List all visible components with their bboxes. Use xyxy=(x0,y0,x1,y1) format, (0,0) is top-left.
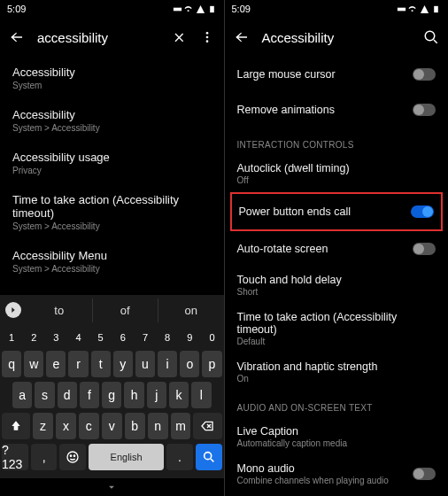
search-result[interactable]: Accessibility MenuSystem > Accessibility xyxy=(0,240,224,283)
back-icon[interactable] xyxy=(9,29,25,45)
key-v[interactable]: v xyxy=(102,413,122,439)
period-key[interactable]: . xyxy=(166,444,193,470)
svg-rect-9 xyxy=(398,7,406,11)
key-g[interactable]: g xyxy=(102,382,121,408)
search-header: accessibility xyxy=(0,18,224,57)
key-s[interactable]: s xyxy=(35,382,54,408)
toggle[interactable] xyxy=(413,243,436,255)
setting-touch-hold-delay[interactable]: Touch and hold delayShort xyxy=(225,267,449,304)
key-1[interactable]: 1 xyxy=(2,329,21,346)
key-4[interactable]: 4 xyxy=(68,329,88,346)
svg-point-5 xyxy=(67,452,78,462)
backspace-key[interactable] xyxy=(193,413,221,439)
key-9[interactable]: 9 xyxy=(180,329,199,346)
key-8[interactable]: 8 xyxy=(158,329,177,346)
key-z[interactable]: z xyxy=(33,413,53,439)
svg-point-11 xyxy=(425,31,435,41)
key-l[interactable]: l xyxy=(191,382,211,408)
search-icon[interactable] xyxy=(423,29,439,45)
key-7[interactable]: 7 xyxy=(135,329,155,346)
search-result[interactable]: Accessibility usagePrivacy xyxy=(0,142,224,184)
toggle[interactable] xyxy=(411,205,434,218)
key-t[interactable]: t xyxy=(91,351,111,377)
key-x[interactable]: x xyxy=(56,413,76,439)
more-icon[interactable] xyxy=(199,29,215,45)
setting-autoclick[interactable]: Autoclick (dwell timing)Off xyxy=(225,155,449,192)
key-i[interactable]: i xyxy=(158,351,177,377)
setting-vibration[interactable]: Vibration and haptic strengthOn xyxy=(225,353,449,391)
back-icon[interactable] xyxy=(234,29,250,45)
key-6[interactable]: 6 xyxy=(113,329,133,346)
key-2[interactable]: 2 xyxy=(24,329,43,346)
key-5[interactable]: 5 xyxy=(91,329,111,346)
comma-key[interactable]: , xyxy=(31,444,58,470)
setting-mono-audio[interactable]: Mono audioCombine channels when playing … xyxy=(225,455,449,492)
key-m[interactable]: m xyxy=(171,413,191,439)
key-e[interactable]: e xyxy=(46,351,66,377)
keyboard: 1234567890 qwertyuiop asdfghjkl zxcvbnm … xyxy=(0,325,224,478)
setting-auto-rotate[interactable]: Auto-rotate screen xyxy=(225,231,449,267)
search-result[interactable]: Time to take action (Accessibility timeo… xyxy=(0,184,224,240)
svg-rect-0 xyxy=(173,7,181,11)
key-u[interactable]: u xyxy=(135,351,155,377)
svg-rect-1 xyxy=(210,5,214,12)
suggestion-bar: to of on xyxy=(0,295,224,325)
nav-bar xyxy=(0,478,224,496)
key-w[interactable]: w xyxy=(24,351,43,377)
key-p[interactable]: p xyxy=(202,351,221,377)
section-header: INTERACTION CONTROLS xyxy=(225,128,449,155)
search-result[interactable]: AccessibilitySystem xyxy=(0,57,224,99)
svg-point-8 xyxy=(204,453,211,460)
status-icons xyxy=(173,4,217,14)
svg-rect-10 xyxy=(434,5,438,12)
key-n[interactable]: n xyxy=(148,413,168,439)
toggle[interactable] xyxy=(413,468,436,480)
expand-icon[interactable] xyxy=(0,302,27,318)
search-results: AccessibilitySystem AccessibilitySystem … xyxy=(0,57,224,295)
key-r[interactable]: r xyxy=(68,351,88,377)
settings-header: Accessibility xyxy=(225,18,449,57)
setting-power-button-ends-call[interactable]: Power button ends call xyxy=(232,194,442,229)
setting-time-to-take-action[interactable]: Time to take action (Accessibility timeo… xyxy=(225,304,449,353)
key-y[interactable]: y xyxy=(113,351,133,377)
suggestion[interactable]: to xyxy=(27,298,92,322)
shift-key[interactable] xyxy=(2,413,30,439)
svg-point-3 xyxy=(205,36,208,39)
symbol-key[interactable]: ?123 xyxy=(2,444,28,470)
key-k[interactable]: k xyxy=(169,382,189,408)
status-time: 5:09 xyxy=(232,4,251,14)
search-input[interactable]: accessibility xyxy=(37,30,158,45)
svg-point-6 xyxy=(71,455,72,456)
setting-remove-animations[interactable]: Remove animations xyxy=(225,92,449,128)
search-key[interactable] xyxy=(196,444,222,470)
setting-large-mouse-cursor[interactable]: Large mouse cursor xyxy=(225,57,449,92)
key-0[interactable]: 0 xyxy=(202,329,221,346)
search-result[interactable]: AccessibilitySystem > Accessibility xyxy=(0,99,224,142)
settings-list: Large mouse cursor Remove animations INT… xyxy=(225,57,449,496)
key-o[interactable]: o xyxy=(180,351,199,377)
status-bar: 5:09 xyxy=(225,0,449,18)
key-b[interactable]: b xyxy=(125,413,145,439)
key-3[interactable]: 3 xyxy=(46,329,66,346)
svg-point-2 xyxy=(205,32,208,35)
space-key[interactable]: English xyxy=(89,444,164,470)
toggle[interactable] xyxy=(413,68,436,81)
toggle[interactable] xyxy=(413,104,436,116)
status-bar: 5:09 xyxy=(0,0,224,18)
setting-live-caption[interactable]: Live CaptionAutomatically caption media xyxy=(225,418,449,455)
suggestion[interactable]: on xyxy=(158,298,224,322)
key-q[interactable]: q xyxy=(2,351,21,377)
key-j[interactable]: j xyxy=(147,382,166,408)
key-c[interactable]: c xyxy=(79,413,99,439)
key-h[interactable]: h xyxy=(124,382,143,408)
highlighted-setting: Power button ends call xyxy=(230,192,444,231)
clear-icon[interactable] xyxy=(171,29,187,45)
suggestion[interactable]: of xyxy=(92,298,158,322)
collapse-keyboard-icon[interactable] xyxy=(105,481,118,493)
emoji-key[interactable] xyxy=(59,444,86,470)
phone-accessibility-screen: 5:09 Accessibility Large mouse cursor Re… xyxy=(225,0,449,496)
key-f[interactable]: f xyxy=(80,382,99,408)
status-icons xyxy=(397,4,441,14)
key-d[interactable]: d xyxy=(58,382,77,408)
key-a[interactable]: a xyxy=(12,382,32,408)
